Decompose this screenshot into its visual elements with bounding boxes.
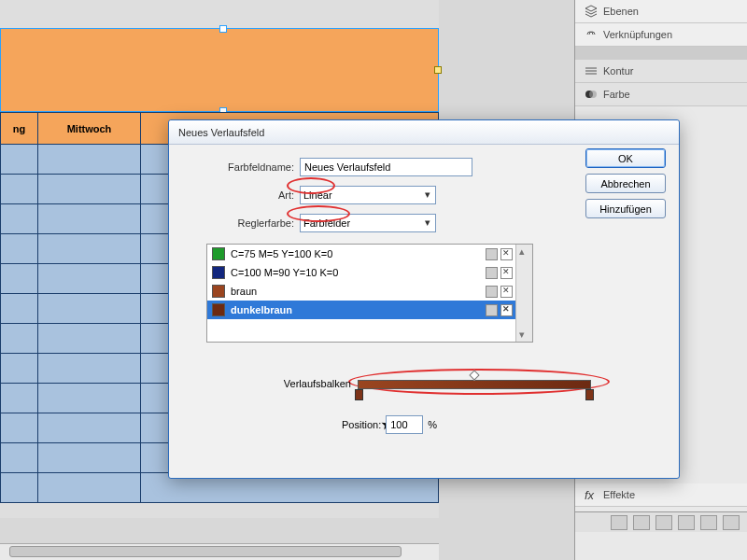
type-select[interactable] [300,186,436,204]
tool-button[interactable] [678,515,695,530]
swatch-name: dunkelbraun [231,304,292,315]
swatch-info-icon[interactable] [486,286,498,298]
panel-ebenen[interactable]: Ebenen [575,0,747,23]
position-unit: % [428,419,437,430]
stopcolor-label: Reglerfarbe: [182,217,294,229]
swatch-row[interactable]: C=100 M=90 Y=10 K=0 [207,263,517,282]
swatch-model-icon[interactable] [500,267,513,279]
name-label: Farbfeldname: [182,161,294,173]
swatch-info-icon[interactable] [486,248,498,260]
add-button[interactable]: Hinzufügen [585,199,666,218]
swatch-list: C=75 M=5 Y=100 K=0 C=100 M=90 Y=10 K=0 b… [206,244,533,343]
gradient-stop-right[interactable] [585,389,594,400]
swatch-name: braun [231,286,257,297]
swatch-chip [212,285,225,298]
horizontal-scrollbar[interactable] [0,543,439,560]
panel-kontur[interactable]: Kontur [575,60,747,83]
gradient-dialog: Neues Verlaufsfeld Farbfeldname: Art: Re… [168,119,680,479]
gradient-ramp[interactable] [358,380,591,389]
layers-icon [585,5,598,18]
position-input[interactable] [386,415,423,434]
ok-button[interactable]: OK [585,148,666,168]
resize-handle[interactable] [434,66,442,74]
swatch-model-icon[interactable] [500,286,513,298]
svg-point-1 [589,91,597,98]
swatch-row-selected[interactable]: dunkelbraun [207,301,517,319]
stroke-icon [585,64,598,77]
panel-toolbar [575,511,747,532]
panel-farbe[interactable]: Farbe [575,83,747,106]
effects-icon: fx [585,488,598,501]
swatch-scrollbar[interactable] [515,245,532,342]
dialog-title: Neues Verlaufsfeld [169,120,679,145]
swatch-model-icon[interactable] [500,248,513,260]
links-icon [585,28,598,41]
midpoint-handle[interactable] [469,370,479,380]
type-label: Art: [182,189,294,201]
trash-icon[interactable] [723,515,740,530]
panel-effekte[interactable]: fx Effekte [575,483,747,507]
position-label: Position: [342,419,381,430]
stopcolor-select[interactable] [300,214,436,232]
swatch-info-icon[interactable] [486,267,498,279]
swatch-name: C=100 M=90 Y=10 K=0 [231,267,338,278]
cancel-button[interactable]: Abbrechen [585,174,666,193]
swatch-chip [212,266,225,279]
swatch-row[interactable]: braun [207,282,517,301]
tool-button[interactable] [655,515,672,530]
panel-label: Effekte [603,489,635,500]
gradient-stop-left[interactable] [355,389,363,400]
selected-frame[interactable] [0,28,439,112]
tool-button[interactable] [633,515,650,530]
tool-button[interactable] [700,515,717,530]
color-icon [585,88,598,101]
panel-label: Farbe [603,89,630,100]
swatch-row[interactable]: C=75 M=5 Y=100 K=0 [207,245,517,263]
panel-label: Ebenen [603,6,639,17]
swatch-chip [212,247,225,260]
panel-label: Kontur [603,65,633,77]
tool-button[interactable] [611,515,627,530]
swatch-name: C=75 M=5 Y=100 K=0 [231,248,332,259]
swatch-chip [212,303,225,316]
table-header: Mittwoch [38,113,141,145]
panel-verknuepfungen[interactable]: Verknüpfungen [575,23,747,47]
name-input[interactable] [300,158,472,176]
swatch-model-icon[interactable] [500,304,513,316]
gradient-label: Verlaufsbalken [262,378,351,389]
swatch-info-icon[interactable] [486,304,498,316]
panel-label: Verknüpfungen [603,29,672,40]
table-header: ng [1,113,38,145]
